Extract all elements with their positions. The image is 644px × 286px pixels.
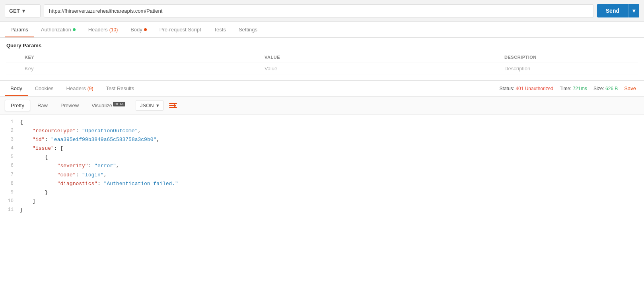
table-row: Key Value Description <box>6 62 638 75</box>
json-body: 1{2 "resourceType": "OperationOutcome",3… <box>0 115 644 218</box>
row-key[interactable]: Key <box>21 62 261 75</box>
response-area: Body Cookies Headers (9) Test Results St… <box>0 80 644 218</box>
line-content: "diagnostics": "Authentication failed." <box>20 180 178 188</box>
request-tabs: Params Authorization Headers (10) Body P… <box>0 22 644 38</box>
status-value: 401 Unauthorized <box>516 86 553 91</box>
fmt-tab-visualize[interactable]: VisualizeBETA <box>86 100 131 111</box>
line-number: 8 <box>0 180 20 187</box>
send-button[interactable]: Send ▾ <box>597 4 639 17</box>
authorization-dot <box>73 28 76 31</box>
line-content: { <box>20 153 48 162</box>
method-label: GET <box>9 8 20 14</box>
json-line: 7 "code": "login", <box>0 171 644 180</box>
line-content: "issue": [ <box>20 144 63 153</box>
row-value[interactable]: Value <box>261 62 500 75</box>
wrap-icon[interactable] <box>167 100 179 111</box>
response-tabs: Body Cookies Headers (9) Test Results <box>5 81 500 96</box>
tab-tests[interactable]: Tests <box>208 22 232 37</box>
line-number: 7 <box>0 171 20 179</box>
url-input[interactable] <box>44 4 594 17</box>
line-content: { <box>20 118 23 127</box>
tab-settings[interactable]: Settings <box>233 22 263 37</box>
status-label: Status: 401 Unauthorized <box>500 86 553 91</box>
row-checkbox[interactable] <box>6 62 21 75</box>
json-format-select[interactable]: JSON ▾ <box>136 100 163 111</box>
fmt-tab-preview[interactable]: Preview <box>55 100 84 111</box>
send-dropdown-icon[interactable]: ▾ <box>628 4 639 17</box>
line-content: "severity": "error", <box>20 162 119 170</box>
line-number: 10 <box>0 197 20 205</box>
line-number: 1 <box>0 118 20 126</box>
th-checkbox <box>6 52 21 62</box>
method-chevron-icon: ▾ <box>22 8 25 14</box>
tab-params[interactable]: Params <box>5 22 34 37</box>
fmt-tab-pretty[interactable]: Pretty <box>5 100 30 111</box>
tab-pre-request-script[interactable]: Pre-request Script <box>154 22 207 37</box>
line-content: "resourceType": "OperationOutcome", <box>20 127 141 135</box>
format-toolbar: Pretty Raw Preview VisualizeBETA JSON ▾ <box>0 97 644 115</box>
json-line: 5 { <box>0 153 644 162</box>
line-number: 4 <box>0 144 20 152</box>
json-line: 8 "diagnostics": "Authentication failed.… <box>0 180 644 188</box>
response-meta: Status: 401 Unauthorized Time: 721ms Siz… <box>500 85 639 91</box>
size-label: Size: 626 B <box>593 86 618 91</box>
json-line: 3 "id": "eaa395e1f99b3849a65c583758a3c9b… <box>0 135 644 144</box>
line-number: 9 <box>0 188 20 196</box>
save-button[interactable]: Save <box>624 85 636 91</box>
resp-tab-cookies[interactable]: Cookies <box>29 81 59 96</box>
row-description[interactable]: Description <box>500 62 638 75</box>
line-content: ] <box>20 197 35 206</box>
url-bar: GET ▾ Send ▾ <box>0 0 644 22</box>
json-line: 4 "issue": [ <box>0 144 644 153</box>
resp-tab-body[interactable]: Body <box>5 81 28 96</box>
params-table: KEY VALUE DESCRIPTION Key Value Descript… <box>6 52 638 75</box>
json-line: 11} <box>0 206 644 214</box>
body-dot <box>144 28 147 31</box>
query-params-title: Query Params <box>6 43 638 48</box>
time-label: Time: 721ms <box>560 86 587 91</box>
resp-tab-test-results[interactable]: Test Results <box>100 81 140 96</box>
line-number: 6 <box>0 162 20 170</box>
format-chevron-icon: ▾ <box>156 102 159 108</box>
th-key: KEY <box>21 52 261 62</box>
json-line: 9 } <box>0 188 644 197</box>
line-content: } <box>20 188 48 197</box>
beta-badge: BETA <box>113 102 125 106</box>
json-line: 10 ] <box>0 197 644 206</box>
json-line: 2 "resourceType": "OperationOutcome", <box>0 127 644 135</box>
send-label: Send <box>597 4 628 17</box>
time-value: 721ms <box>573 86 587 91</box>
tab-headers[interactable]: Headers (10) <box>83 22 123 37</box>
line-number: 11 <box>0 206 20 214</box>
tab-body[interactable]: Body <box>125 22 152 37</box>
query-params-section: Query Params KEY VALUE DESCRIPTION Key V… <box>0 38 644 80</box>
method-select[interactable]: GET ▾ <box>5 4 41 17</box>
tab-authorization[interactable]: Authorization <box>35 22 81 37</box>
line-number: 5 <box>0 153 20 161</box>
wrap-svg <box>169 102 177 109</box>
line-number: 2 <box>0 127 20 135</box>
th-description: DESCRIPTION <box>500 52 638 62</box>
json-line: 1{ <box>0 118 644 127</box>
json-line: 6 "severity": "error", <box>0 162 644 170</box>
line-content: "id": "eaa395e1f99b3849a65c583758a3c9b0"… <box>20 135 160 144</box>
resp-headers-badge: (9) <box>88 86 93 91</box>
headers-badge: (10) <box>109 27 118 33</box>
line-content: } <box>20 206 23 214</box>
resp-tab-headers[interactable]: Headers (9) <box>61 81 99 96</box>
line-content: "code": "login", <box>20 171 107 180</box>
size-value: 626 B <box>605 86 618 91</box>
response-tabs-bar: Body Cookies Headers (9) Test Results St… <box>0 81 644 97</box>
th-value: VALUE <box>261 52 500 62</box>
fmt-tab-raw[interactable]: Raw <box>32 100 53 111</box>
line-number: 3 <box>0 135 20 143</box>
